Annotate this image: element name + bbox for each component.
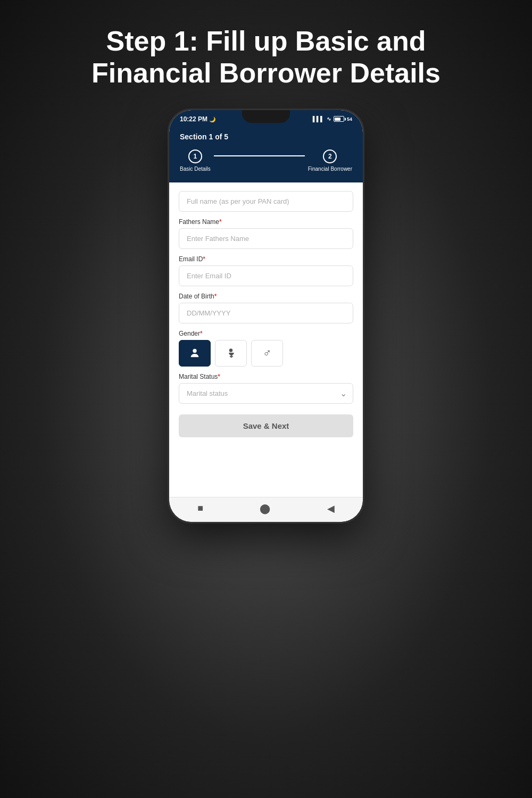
person-icon bbox=[189, 347, 201, 359]
svg-point-1 bbox=[229, 348, 232, 352]
status-icons: ▌▌▌ ∿ 54 bbox=[313, 116, 352, 122]
email-input[interactable] bbox=[179, 265, 353, 286]
dob-label: Date of Birth* bbox=[179, 293, 353, 300]
nav-back-icon[interactable]: ◀ bbox=[327, 503, 335, 514]
full-name-input[interactable] bbox=[179, 191, 353, 212]
status-time: 10:22 PM 🌙 bbox=[180, 115, 215, 123]
bottom-nav: ■ ⬤ ◀ bbox=[169, 497, 363, 522]
battery-level: 54 bbox=[347, 117, 352, 122]
step-label-2: Financial Borrower bbox=[308, 166, 352, 172]
power-button bbox=[363, 185, 364, 211]
form-content: Fathers Name* Email ID* Date of Birth* bbox=[169, 182, 363, 497]
moon-icon: 🌙 bbox=[209, 117, 215, 122]
phone-screen: 10:22 PM 🌙 ▌▌▌ ∿ 54 Section 1 of 5 1 bbox=[169, 110, 363, 522]
step-circle-2: 2 bbox=[323, 149, 337, 163]
nav-circle-icon[interactable]: ⬤ bbox=[260, 503, 270, 514]
svg-point-0 bbox=[193, 348, 196, 352]
marital-status-wrapper: Marital status Single Married Divorced W… bbox=[179, 383, 353, 404]
page-title: Step 1: Fill up Basic and Financial Borr… bbox=[49, 0, 483, 109]
section-label: Section 1 of 5 bbox=[180, 132, 352, 141]
save-next-button[interactable]: Save & Next bbox=[179, 414, 353, 437]
gender-btn-female[interactable] bbox=[215, 340, 247, 367]
full-name-group bbox=[179, 191, 353, 212]
step-label-1: Basic Details bbox=[180, 166, 211, 172]
step-1: 1 Basic Details bbox=[180, 149, 211, 172]
power-button-2 bbox=[363, 219, 364, 246]
fathers-name-input[interactable] bbox=[179, 228, 353, 249]
phone-shell: 10:22 PM 🌙 ▌▌▌ ∿ 54 Section 1 of 5 1 bbox=[168, 109, 364, 523]
volume-button bbox=[168, 174, 169, 190]
marital-status-group: Marital Status* Marital status Single Ma… bbox=[179, 373, 353, 404]
marital-status-select[interactable]: Marital status Single Married Divorced W… bbox=[179, 383, 353, 404]
battery-icon bbox=[334, 116, 344, 122]
dob-input[interactable] bbox=[179, 303, 353, 323]
email-group: Email ID* bbox=[179, 255, 353, 286]
wifi-icon: ∿ bbox=[327, 116, 331, 122]
marital-status-label: Marital Status* bbox=[179, 373, 353, 380]
dob-group: Date of Birth* bbox=[179, 293, 353, 323]
gender-btn-male[interactable]: ♂ bbox=[251, 340, 283, 367]
step-connector bbox=[214, 155, 305, 156]
step-circle-1: 1 bbox=[188, 149, 202, 163]
step-2: 2 Financial Borrower bbox=[308, 149, 352, 172]
female-icon bbox=[225, 347, 237, 359]
email-label: Email ID* bbox=[179, 255, 353, 263]
gender-group: Gender* bbox=[179, 330, 353, 367]
header-section: Section 1 of 5 1 Basic Details 2 Financi… bbox=[169, 126, 363, 182]
nav-square-icon[interactable]: ■ bbox=[197, 503, 203, 514]
fathers-name-group: Fathers Name* bbox=[179, 218, 353, 249]
fathers-name-label: Fathers Name* bbox=[179, 218, 353, 226]
gender-label: Gender* bbox=[179, 330, 353, 337]
gender-buttons: ♂ bbox=[179, 340, 353, 367]
gender-btn-person[interactable] bbox=[179, 340, 211, 367]
progress-steps: 1 Basic Details 2 Financial Borrower bbox=[180, 149, 352, 172]
signal-icon: ▌▌▌ bbox=[313, 116, 324, 122]
phone-notch bbox=[242, 110, 290, 123]
